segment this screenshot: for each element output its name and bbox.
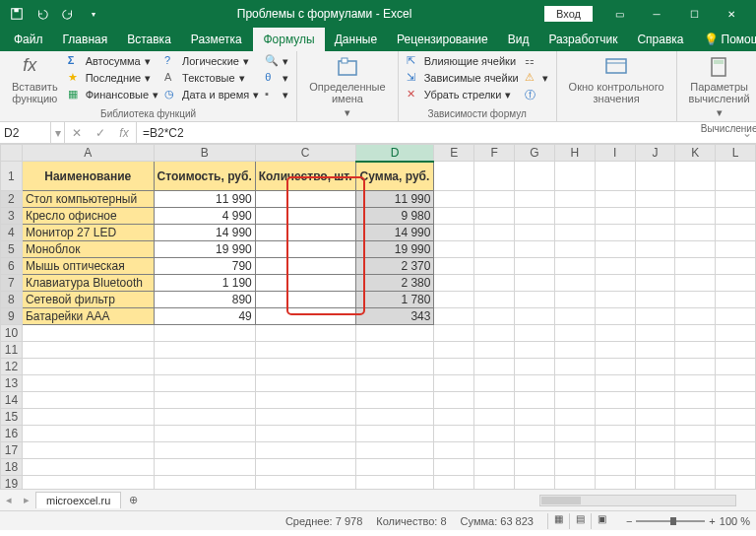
col-header[interactable]: D: [355, 145, 434, 162]
row-header[interactable]: 19: [1, 476, 23, 490]
cell[interactable]: 14 990: [355, 225, 434, 241]
cell[interactable]: 790: [154, 258, 255, 275]
cell[interactable]: Монитор 27 LED: [22, 225, 154, 241]
cell[interactable]: 9 980: [355, 208, 434, 225]
show-formulas-button[interactable]: ⚏: [525, 53, 548, 69]
cell[interactable]: 14 990: [154, 225, 255, 241]
cell[interactable]: Стол компьютерный: [22, 191, 154, 208]
trace-dependents-button[interactable]: ⇲Зависимые ячейки: [407, 70, 519, 86]
error-check-button[interactable]: ⚠▾: [525, 70, 548, 86]
table-header-cell[interactable]: Стоимость, руб.: [154, 162, 255, 191]
cell[interactable]: Сетевой фильтр: [22, 292, 154, 308]
cell[interactable]: [255, 308, 355, 325]
cell[interactable]: 1 780: [355, 292, 434, 308]
sheet-nav-prev-icon[interactable]: ◂: [0, 494, 18, 506]
cell[interactable]: [255, 292, 355, 308]
tab-help[interactable]: Справка: [627, 28, 693, 51]
name-box[interactable]: D2: [0, 122, 51, 143]
cell[interactable]: 11 990: [154, 191, 255, 208]
col-header[interactable]: I: [595, 145, 635, 162]
evaluate-button[interactable]: ⓕ: [525, 87, 548, 102]
col-header[interactable]: F: [474, 145, 515, 162]
sheet-tab[interactable]: microexcel.ru: [35, 492, 121, 508]
ribbon-display-icon[interactable]: ▭: [600, 0, 638, 28]
row-header[interactable]: 11: [1, 342, 23, 359]
view-pagebreak-icon[interactable]: ▣: [591, 513, 612, 529]
row-header[interactable]: 1: [1, 162, 23, 191]
tab-review[interactable]: Рецензирование: [387, 28, 498, 51]
table-header-cell[interactable]: Наименование: [22, 162, 154, 191]
more-button[interactable]: ▪▾: [265, 87, 288, 102]
cell[interactable]: 19 990: [355, 241, 434, 258]
insert-function-button[interactable]: fx Вставить функцию: [8, 53, 62, 106]
row-header[interactable]: 7: [1, 275, 23, 292]
row-header[interactable]: 8: [1, 292, 23, 308]
row-header[interactable]: 6: [1, 258, 23, 275]
table-header-cell[interactable]: Количество, шт.: [255, 162, 355, 191]
close-icon[interactable]: ✕: [713, 0, 750, 28]
row-header[interactable]: 5: [1, 241, 23, 258]
cell[interactable]: 4 990: [154, 208, 255, 225]
cell[interactable]: 1 190: [154, 275, 255, 292]
row-header[interactable]: 17: [1, 442, 23, 459]
cell[interactable]: [255, 241, 355, 258]
horizontal-scrollbar[interactable]: [539, 495, 736, 506]
row-header[interactable]: 2: [1, 191, 23, 208]
col-header[interactable]: K: [675, 145, 716, 162]
zoom-in-icon[interactable]: +: [709, 515, 715, 527]
name-box-dropdown-icon[interactable]: ▾: [51, 122, 65, 143]
tab-formulas[interactable]: Формулы: [253, 28, 324, 51]
col-header[interactable]: E: [434, 145, 474, 162]
fx-button-icon[interactable]: fx: [112, 122, 136, 144]
tab-file[interactable]: Файл: [4, 28, 53, 51]
row-header[interactable]: 16: [1, 426, 23, 442]
math-button[interactable]: θ▾: [265, 70, 288, 86]
cell[interactable]: [255, 258, 355, 275]
enter-formula-icon[interactable]: ✓: [89, 122, 112, 144]
login-button[interactable]: Вход: [544, 6, 593, 22]
cell[interactable]: Мышь оптическая: [22, 258, 154, 275]
zoom-slider[interactable]: [636, 520, 705, 522]
cell[interactable]: 890: [154, 292, 255, 308]
zoom-level[interactable]: 100 %: [720, 515, 750, 527]
qa-dropdown-icon[interactable]: ▾: [83, 3, 104, 25]
col-header[interactable]: G: [515, 145, 555, 162]
cancel-formula-icon[interactable]: ✕: [65, 122, 89, 144]
formula-input[interactable]: =B2*C2: [137, 122, 738, 143]
row-header[interactable]: 18: [1, 459, 23, 476]
lookup-button[interactable]: 🔍▾: [265, 53, 288, 69]
text-button[interactable]: AТекстовые ▾: [164, 70, 259, 86]
col-header[interactable]: H: [554, 145, 595, 162]
tell-me[interactable]: 💡Помощь: [694, 28, 756, 51]
calc-options-button[interactable]: Параметры вычислений ▾: [685, 53, 754, 121]
cell[interactable]: [255, 225, 355, 241]
cell[interactable]: [255, 275, 355, 292]
remove-arrows-button[interactable]: ✕Убрать стрелки ▾: [407, 87, 519, 102]
tab-developer[interactable]: Разработчик: [538, 28, 627, 51]
cell[interactable]: 343: [355, 308, 434, 325]
add-sheet-icon[interactable]: ⊕: [121, 494, 146, 506]
row-header[interactable]: 9: [1, 308, 23, 325]
maximize-icon[interactable]: ☐: [675, 0, 713, 28]
watch-window-button[interactable]: Окно контрольного значения: [565, 53, 668, 106]
view-normal-icon[interactable]: ▦: [547, 513, 569, 529]
grid-area[interactable]: ABCDEFGHIJKL1НаименованиеСтоимость, руб.…: [0, 144, 756, 489]
col-header[interactable]: A: [22, 145, 154, 162]
row-header[interactable]: 15: [1, 409, 23, 426]
trace-precedents-button[interactable]: ⇱Влияющие ячейки: [407, 53, 519, 69]
defined-names-button[interactable]: Определенные имена ▾: [305, 53, 389, 121]
tab-view[interactable]: Вид: [498, 28, 539, 51]
cell[interactable]: [255, 208, 355, 225]
cell[interactable]: Кресло офисное: [22, 208, 154, 225]
cell[interactable]: [255, 191, 355, 208]
col-header[interactable]: B: [154, 145, 255, 162]
view-pagelayout-icon[interactable]: ▤: [569, 513, 591, 529]
zoom-out-icon[interactable]: −: [626, 515, 632, 527]
cell[interactable]: 2 380: [355, 275, 434, 292]
recent-button[interactable]: ★Последние ▾: [68, 70, 158, 86]
datetime-button[interactable]: ◷Дата и время ▾: [164, 87, 259, 102]
col-header[interactable]: L: [716, 145, 756, 162]
cell[interactable]: 11 990: [355, 191, 434, 208]
col-header[interactable]: C: [255, 145, 355, 162]
save-icon[interactable]: [6, 3, 28, 25]
